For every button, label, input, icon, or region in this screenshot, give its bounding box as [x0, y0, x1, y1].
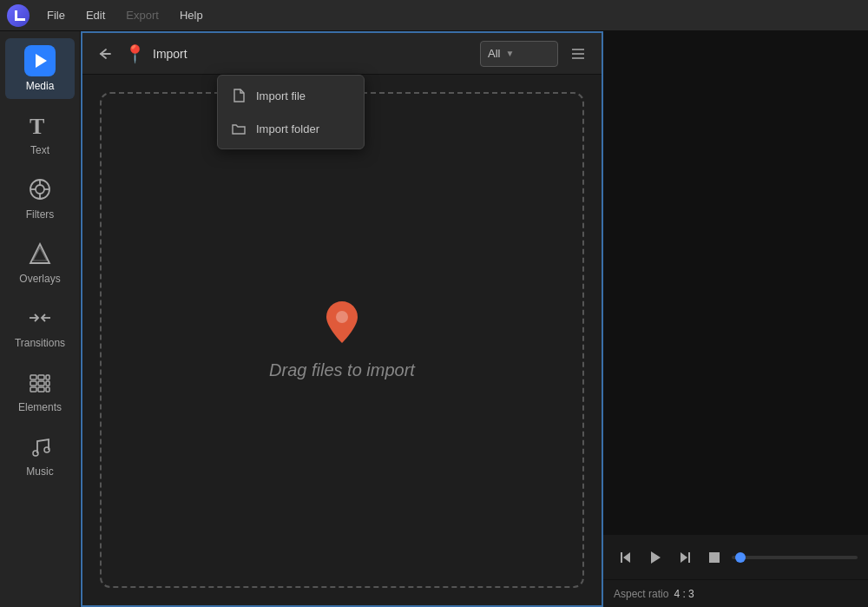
sidebar-item-text[interactable]: T Text: [5, 102, 75, 163]
sidebar-item-filters[interactable]: Filters: [5, 167, 75, 228]
center-panel: 📍 Import All ▼: [81, 31, 603, 607]
play-button[interactable]: [643, 545, 667, 570]
aspect-ratio-bar: Aspect ratio 4 : 3: [603, 579, 868, 607]
drop-text: Drag files to import: [269, 360, 415, 380]
location-pin-header: 📍: [124, 43, 146, 64]
svg-rect-17: [46, 375, 49, 379]
back-button[interactable]: [93, 42, 117, 66]
filters-icon: [24, 174, 56, 205]
app-logo: [7, 4, 30, 27]
player-bar: [603, 534, 868, 579]
svg-rect-14: [38, 375, 44, 379]
filter-selected-value: All: [488, 47, 500, 60]
sidebar-item-media[interactable]: Media: [5, 38, 75, 99]
menu-edit[interactable]: Edit: [77, 5, 114, 25]
text-icon: T: [24, 109, 56, 141]
svg-rect-16: [38, 387, 44, 392]
music-icon: [24, 431, 56, 462]
chevron-down-icon: ▼: [505, 49, 514, 58]
aspect-ratio-value: 4 : 3: [674, 588, 694, 600]
import-file-label: Import file: [256, 89, 306, 102]
import-folder-item[interactable]: Import folder: [218, 112, 364, 145]
svg-marker-28: [651, 551, 661, 564]
main-area: Media T Text Filte: [0, 31, 868, 607]
import-file-item[interactable]: Import file: [218, 79, 364, 112]
svg-rect-13: [30, 387, 36, 392]
progress-track[interactable]: [732, 556, 858, 559]
svg-point-25: [336, 311, 348, 323]
transitions-icon: [24, 302, 56, 333]
menu-help[interactable]: Help: [171, 5, 212, 25]
aspect-ratio-label: Aspect ratio: [614, 588, 668, 600]
media-icon: [24, 45, 56, 76]
svg-text:T: T: [30, 114, 44, 139]
filter-dropdown[interactable]: All ▼: [480, 41, 558, 67]
sidebar-item-elements[interactable]: Elements: [5, 360, 75, 420]
svg-rect-19: [46, 387, 49, 392]
list-view-button[interactable]: [565, 41, 591, 67]
sidebar-item-music[interactable]: Music: [5, 424, 75, 485]
menu-export: Export: [117, 5, 168, 25]
drop-pin-icon: [323, 300, 361, 350]
menu-bar: File Edit Export Help: [0, 0, 868, 31]
panel-toolbar: 📍 Import All ▼: [82, 33, 602, 75]
svg-rect-18: [46, 381, 49, 386]
svg-rect-12: [30, 381, 36, 386]
folder-icon: [230, 120, 247, 137]
elements-icon: [24, 366, 56, 398]
drop-zone[interactable]: Drag files to import: [100, 92, 584, 588]
svg-marker-26: [623, 552, 630, 563]
sidebar-item-transitions[interactable]: Transitions: [5, 295, 75, 356]
right-panel: Aspect ratio 4 : 3: [603, 31, 868, 607]
import-dropdown-popup: Import file Import folder: [217, 75, 365, 149]
svg-rect-15: [38, 381, 44, 386]
progress-thumb[interactable]: [735, 552, 746, 563]
skip-back-button[interactable]: [614, 545, 638, 570]
skip-forward-button[interactable]: [673, 545, 697, 570]
sidebar: Media T Text Filte: [0, 31, 81, 607]
preview-area: [603, 31, 868, 534]
svg-point-2: [36, 185, 44, 194]
sidebar-item-overlays[interactable]: Overlays: [5, 231, 75, 292]
svg-marker-29: [681, 552, 687, 563]
menu-file[interactable]: File: [38, 5, 74, 25]
import-label[interactable]: Import: [153, 47, 187, 61]
svg-rect-11: [30, 375, 36, 379]
import-folder-label: Import folder: [256, 122, 319, 135]
overlays-icon: [24, 238, 56, 269]
svg-rect-31: [709, 552, 720, 563]
file-icon: [230, 87, 247, 104]
stop-button[interactable]: [702, 545, 727, 570]
